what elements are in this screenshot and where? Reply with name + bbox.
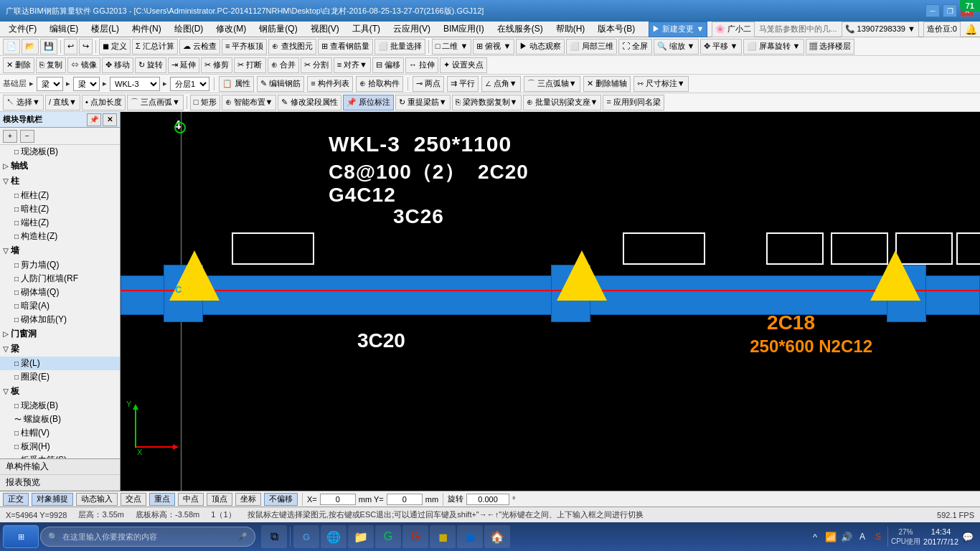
notification-icon[interactable]: 💬 — [961, 525, 974, 548]
define-btn[interactable]: ◼ 定义 — [99, 39, 131, 55]
apply-same-btn[interactable]: = 应用到同名梁 — [603, 95, 664, 110]
ime-icon[interactable]: A — [856, 525, 869, 548]
mirror-btn[interactable]: ⇔ 镜像 — [67, 57, 100, 73]
edit-rebar-btn[interactable]: ✎ 编辑钢筋 — [257, 76, 304, 92]
network-icon[interactable]: 📶 — [824, 525, 837, 548]
no-offset-btn[interactable]: 不偏移 — [264, 493, 298, 506]
taskbar-folder-icon[interactable]: 📁 — [348, 525, 374, 548]
element-type-select[interactable]: 梁 — [37, 77, 63, 91]
menu-draw[interactable]: 绘图(D) — [169, 22, 209, 37]
modify-seg-btn[interactable]: ✎ 修改梁段属性 — [278, 95, 341, 110]
start-button[interactable]: ⊞ — [3, 525, 39, 548]
menu-tools[interactable]: 工具(T) — [347, 22, 386, 37]
menu-element[interactable]: 构件(N) — [126, 22, 167, 37]
tree-item-col-cap[interactable]: □柱帽(V) — [0, 426, 120, 440]
menu-edit[interactable]: 编辑(E) — [44, 22, 84, 37]
sigma-btn[interactable]: Σ 汇总计算 — [132, 39, 178, 55]
panel-minus-btn[interactable]: − — [20, 130, 34, 143]
tree-group-opening[interactable]: ▷门窗洞 — [0, 326, 120, 342]
local-3d-btn[interactable]: ⬜ 局部三维 — [566, 39, 617, 55]
tree-item-civil-def-wall[interactable]: □人防门框墙(RF — [0, 272, 120, 286]
merge-btn[interactable]: ⊕ 合并 — [268, 57, 299, 73]
tree-item-masonry-rebar[interactable]: □砌体加筋(Y) — [0, 313, 120, 326]
pick-elem-btn[interactable]: ⊕ 拾取构件 — [356, 76, 403, 92]
y-coord-input[interactable] — [387, 494, 423, 505]
delete-btn[interactable]: ✕ 删除 — [3, 57, 34, 73]
taskbar-green-icon[interactable]: G — [375, 525, 401, 548]
tree-group-slab[interactable]: ▽板 — [0, 384, 120, 399]
smart-place-btn[interactable]: ⊕ 智能布置▼ — [222, 95, 277, 110]
screen-pan-btn[interactable]: ⬜ 屏幕旋转 ▼ — [743, 39, 804, 55]
tree-item-slab-hole[interactable]: □板洞(H) — [0, 440, 120, 453]
taskbar-app-icon[interactable]: 🏠 — [484, 525, 510, 548]
split-btn[interactable]: ✂ 分割 — [301, 57, 332, 73]
midpoint-btn[interactable]: 中点 — [178, 493, 204, 506]
tree-item-ring-beam[interactable]: □圈梁(E) — [0, 370, 120, 384]
menu-version[interactable]: 版本号(B) — [592, 22, 641, 37]
cloud-check-btn[interactable]: ☁ 云检查 — [179, 39, 220, 55]
select-tool-btn[interactable]: ↖ 选择▼ — [3, 95, 44, 110]
tree-group-axis[interactable]: ▷轴线 — [0, 159, 120, 174]
level-btn[interactable]: ≡ 平齐板顶 — [222, 39, 267, 55]
align-btn[interactable]: ≡ 对齐▼ — [334, 57, 371, 73]
new-change-btn[interactable]: ▶ 新建变更 ▼ — [649, 22, 707, 37]
tree-item-end-col[interactable]: □端柱(Z) — [0, 216, 120, 230]
re-pull-btn[interactable]: ↻ 重提梁筋▼ — [395, 95, 451, 110]
tree-item-beam[interactable]: □梁(L) — [0, 357, 120, 370]
menu-file[interactable]: 文件(F) — [3, 22, 42, 37]
del-aux-btn[interactable]: ✕ 删除辅轴 — [583, 76, 631, 92]
batch-select-btn[interactable]: ⬜ 批量选择 — [374, 39, 425, 55]
two-point-btn[interactable]: ⊸ 两点 — [413, 76, 444, 92]
arc-btn[interactable]: ⌒ 三点画弧▼ — [127, 95, 184, 110]
sub-type-select[interactable]: 梁 — [73, 77, 100, 91]
coord-btn[interactable]: 坐标 — [235, 493, 261, 506]
system-clock[interactable]: 14:34 2017/7/12 — [923, 527, 958, 547]
snap-btn[interactable]: 对象捕捉 — [32, 493, 73, 506]
full-btn[interactable]: ⛶ 全屏 — [618, 39, 651, 55]
restore-button[interactable]: ❐ — [943, 4, 957, 17]
move-btn[interactable]: ✥ 移动 — [102, 57, 133, 73]
dim-btn[interactable]: ⇿ 尺寸标注▼ — [633, 76, 689, 92]
menu-view[interactable]: 视图(V) — [305, 22, 345, 37]
taskbar-red-icon[interactable]: G — [402, 525, 428, 548]
taskbar-edge-icon[interactable]: 🌐 — [321, 525, 347, 548]
tree-item-masonry-wall[interactable]: □砌体墙(Q) — [0, 286, 120, 299]
property-btn[interactable]: 📋 属性 — [219, 76, 254, 92]
tree-group-wall[interactable]: ▽墙 — [0, 243, 120, 258]
x-coord-input[interactable] — [320, 494, 356, 505]
elem-list-btn[interactable]: ≡ 构件列表 — [307, 76, 352, 92]
rect-btn[interactable]: □ 矩形 — [190, 95, 220, 110]
sougou-icon[interactable]: S — [872, 525, 885, 548]
stretch-btn[interactable]: ↔ 拉伸 — [405, 57, 438, 73]
volume-icon[interactable]: 🔊 — [840, 525, 853, 548]
tree-item-shear-wall[interactable]: □剪力墙(Q) — [0, 258, 120, 272]
minimize-button[interactable]: ─ — [925, 4, 940, 17]
batch-id-btn[interactable]: ⊕ 批量识别梁支座▼ — [523, 95, 602, 110]
rotate-tool-btn[interactable]: ↻ 旋转 — [135, 57, 166, 73]
panel-pin-btn[interactable]: 📌 — [87, 113, 101, 126]
taskbar-yello-icon[interactable]: ◼ — [430, 525, 456, 548]
menu-online[interactable]: 在线服务(S) — [491, 22, 549, 37]
vertex-btn[interactable]: 顶点 — [207, 493, 232, 506]
tree-group-column[interactable]: ▽柱 — [0, 174, 120, 189]
pan-btn[interactable]: ✥ 平移 ▼ — [700, 39, 742, 55]
copy-btn[interactable]: ⎘ 复制 — [36, 57, 66, 73]
save-btn[interactable]: 💾 — [40, 39, 57, 55]
menu-modify[interactable]: 修改(M) — [210, 22, 252, 37]
report-preview-btn[interactable]: 报表预览 — [0, 475, 120, 491]
setpoint-btn[interactable]: ✦ 设置夹点 — [440, 57, 487, 73]
tree-group-beam[interactable]: ▽梁 — [0, 342, 120, 357]
dyn-input-btn[interactable]: 动态输入 — [76, 493, 118, 506]
cad-canvas-area[interactable]: 4 WKL-3 250*1100 C8@100（2） 2C20 G4 — [121, 112, 980, 491]
menu-bim[interactable]: BIM应用(I) — [438, 22, 490, 37]
phone-btn[interactable]: 📞 13907298339 ▼ — [842, 22, 919, 37]
redo-btn[interactable]: ↪ — [79, 39, 93, 55]
offset-btn[interactable]: ⊟ 偏移 — [372, 57, 404, 73]
new-btn[interactable]: 📄 — [3, 39, 20, 55]
tree-item-frame-col[interactable]: □框柱(Z) — [0, 189, 120, 202]
view-rebar-btn[interactable]: ⊞ 查看钢筋量 — [318, 39, 373, 55]
zoom-btn[interactable]: 🔍 缩放 ▼ — [654, 39, 699, 55]
select-floor-btn[interactable]: ▦ 选择楼层 — [806, 39, 854, 55]
2d-btn[interactable]: □ 二维 ▼ — [432, 39, 472, 55]
tree-item-cast-slab[interactable]: □现浇板(B) — [0, 399, 120, 413]
